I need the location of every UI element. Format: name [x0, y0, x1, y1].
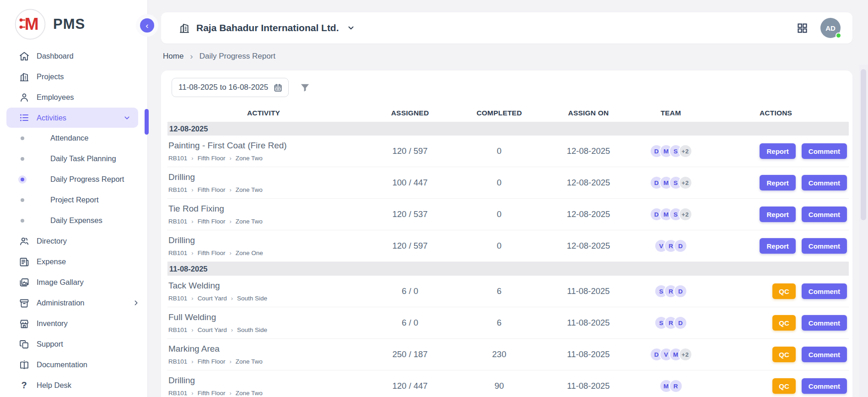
- activity-path: RB101›Fifth Floor›Zone Two: [168, 155, 356, 162]
- path-segment: RB101: [168, 218, 187, 225]
- member-avatar[interactable]: D: [674, 239, 687, 253]
- row-actions: QCComment: [703, 283, 849, 299]
- row-actions: ReportComment: [703, 238, 849, 254]
- qc-button[interactable]: QC: [772, 315, 796, 331]
- path-segment: Fifth Floor: [198, 155, 226, 162]
- member-avatar[interactable]: D: [674, 284, 687, 298]
- company-name: Raja Bahadur International Ltd.: [196, 22, 339, 33]
- sidebar-item-dashboard[interactable]: Dashboard: [0, 46, 147, 66]
- scrollbar-thumb[interactable]: [861, 69, 866, 220]
- more-members-badge[interactable]: +2: [679, 348, 692, 361]
- report-button[interactable]: Report: [760, 207, 795, 222]
- member-avatar[interactable]: D: [674, 316, 687, 330]
- sidebar-item-help-desk[interactable]: ?Help Desk: [0, 375, 147, 396]
- activity-path: RB101›Fifth Floor›Zone One: [168, 250, 356, 256]
- row-actions: QCComment: [703, 347, 849, 362]
- chevron-right-icon: ›: [191, 359, 193, 364]
- qc-button[interactable]: QC: [772, 347, 796, 362]
- breadcrumb: Home › Daily Progress Report: [163, 50, 852, 62]
- activity-cell: Painting - First Coat (Fire Red) RB101›F…: [167, 138, 360, 164]
- chevron-down-icon: [123, 114, 131, 122]
- col-assigned: ASSIGNED: [360, 109, 460, 117]
- path-segment: RB101: [168, 250, 187, 256]
- report-button[interactable]: Report: [760, 238, 795, 254]
- active-item-indicator: [145, 109, 149, 135]
- path-segment: RB101: [168, 186, 187, 193]
- comment-button[interactable]: Comment: [802, 238, 847, 254]
- table-row: Marking Area RB101›Fifth Floor›Zone Two …: [167, 339, 849, 370]
- sidebar-item-directory[interactable]: Directory: [0, 231, 147, 251]
- chevron-right-icon: ›: [229, 187, 231, 193]
- sidebar-item-employees[interactable]: Employees: [0, 87, 147, 108]
- assign-on-value: 11-08-2025: [538, 318, 639, 328]
- sidebar-item-label: Daily Progress Report: [50, 175, 124, 184]
- online-status-dot: [836, 33, 841, 38]
- activity-cell: Drilling RB101›Fifth Floor›Zone Two: [167, 373, 360, 397]
- sidebar-item-administration[interactable]: Administration: [0, 293, 147, 313]
- assign-on-value: 12-08-2025: [538, 178, 639, 188]
- path-segment: Court Yard: [198, 295, 227, 302]
- comment-button[interactable]: Comment: [802, 143, 847, 159]
- report-button[interactable]: Report: [760, 143, 795, 159]
- calendar-icon: [273, 83, 283, 92]
- sidebar-subitem-project-report[interactable]: Project Report: [0, 190, 147, 210]
- path-segment: Court Yard: [198, 326, 227, 333]
- company-selector[interactable]: Raja Bahadur International Ltd.: [178, 22, 355, 34]
- col-completed: COMPLETED: [460, 109, 538, 117]
- sidebar-item-documentation[interactable]: Documentation: [0, 354, 147, 375]
- sidebar-item-expense[interactable]: Expense: [0, 251, 147, 272]
- comment-button[interactable]: Comment: [802, 207, 847, 222]
- date-range-input[interactable]: 11-08-2025 to 16-08-2025: [172, 78, 289, 97]
- assign-on-value: 12-08-2025: [538, 146, 639, 156]
- sidebar-collapse-button[interactable]: ‹: [140, 18, 154, 33]
- qc-button[interactable]: QC: [772, 283, 796, 299]
- sidebar-item-projects[interactable]: Projects: [0, 66, 147, 87]
- comment-button[interactable]: Comment: [802, 175, 847, 190]
- apps-grid-icon[interactable]: [796, 22, 809, 34]
- more-members-badge[interactable]: +2: [679, 144, 692, 158]
- list-icon: [18, 112, 30, 124]
- breadcrumb-home-link[interactable]: Home: [163, 52, 183, 61]
- more-members-badge[interactable]: +2: [679, 207, 692, 221]
- qc-button[interactable]: QC: [772, 378, 796, 394]
- sidebar-item-label: Expense: [37, 257, 66, 266]
- sidebar-item-activities[interactable]: Activities: [6, 108, 138, 128]
- sidebar-item-support[interactable]: Support: [0, 334, 147, 354]
- gallery-icon: [18, 277, 30, 288]
- comment-button[interactable]: Comment: [802, 378, 847, 394]
- chevron-right-icon: ›: [229, 359, 231, 364]
- sidebar-item-label: Directory: [37, 237, 67, 245]
- chevron-right-icon: ›: [191, 327, 193, 333]
- people-icon: [18, 235, 30, 247]
- activity-name: Drilling: [168, 235, 356, 245]
- sidebar-item-label: Projects: [37, 72, 64, 81]
- activity-path: RB101›Court Yard›South Side: [168, 326, 356, 333]
- svg-text:M: M: [25, 14, 39, 33]
- sidebar-item-image-gallary[interactable]: Image Gallary: [0, 272, 147, 293]
- breadcrumb-current: Daily Progress Report: [199, 52, 275, 61]
- activity-cell: Tie Rod Fixing RB101›Fifth Floor›Zone Tw…: [167, 201, 360, 228]
- chevron-right-icon: ›: [229, 218, 231, 224]
- sidebar-item-label: Inventory: [37, 319, 68, 328]
- scrollbar-track[interactable]: [859, 65, 868, 397]
- row-actions: QCComment: [703, 378, 849, 394]
- assign-on-value: 12-08-2025: [538, 209, 639, 219]
- more-members-badge[interactable]: +2: [679, 176, 692, 190]
- copy-icon: [18, 338, 30, 350]
- sidebar-subitem-daily-expenses[interactable]: Daily Expenses: [0, 210, 147, 231]
- report-button[interactable]: Report: [760, 175, 795, 190]
- comment-button[interactable]: Comment: [802, 283, 847, 299]
- member-avatar[interactable]: R: [669, 379, 683, 393]
- sidebar-subitem-daily-task-planning[interactable]: Daily Task Planning: [0, 148, 147, 169]
- sidebar-item-inventory[interactable]: Inventory: [0, 313, 147, 334]
- filter-funnel-icon[interactable]: [300, 82, 310, 93]
- comment-button[interactable]: Comment: [802, 347, 847, 362]
- user-avatar[interactable]: AD: [820, 18, 841, 38]
- store-icon: [18, 318, 30, 329]
- header-actions: AD: [796, 18, 841, 38]
- comment-button[interactable]: Comment: [802, 315, 847, 331]
- sidebar-subitem-attendance[interactable]: Attendance: [0, 128, 147, 148]
- sidebar-item-label: Image Gallary: [37, 278, 84, 287]
- sidebar-subitem-daily-progress-report[interactable]: Daily Progress Report: [0, 169, 147, 190]
- completed-value: 0: [460, 178, 538, 188]
